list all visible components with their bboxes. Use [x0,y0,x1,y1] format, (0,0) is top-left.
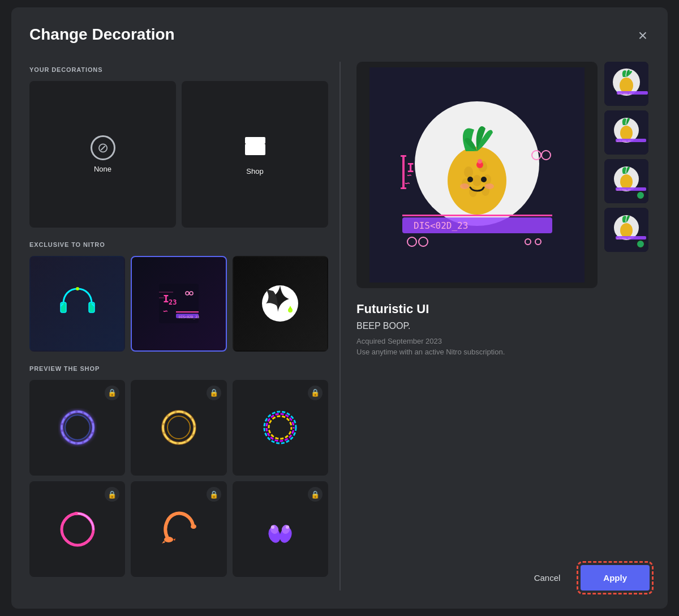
svg-text:∽: ∽ [407,170,411,179]
your-decorations-label: YOUR DECORATIONS [29,66,328,73]
svg-text:23: 23 [169,298,177,306]
decoration-name: Futuristic UI [356,302,650,316]
decoration-futuristic[interactable]: I ∽ 23 DIS<02D_23 [131,256,226,352]
svg-text:DIS<02D_23: DIS<02D_23 [414,220,468,231]
svg-point-22 [65,415,90,440]
svg-point-74 [620,78,633,93]
svg-text:DIS<02D_23: DIS<02D_23 [618,92,632,95]
svg-point-46 [472,175,482,186]
svg-text:DIS<02D_23: DIS<02D_23 [617,237,631,240]
lock-icon: 🔒 [105,386,119,400]
svg-point-56 [478,159,482,164]
lock-icon: 🔒 [105,487,119,502]
side-preview-1[interactable]: DIS<02D_23 [604,62,648,106]
svg-rect-67 [402,215,552,216]
svg-point-33 [164,537,173,542]
modal-footer: Cancel Apply [356,551,650,591]
preview-area: I ∽ ∽ DIS<02D_23 [356,62,650,288]
svg-text:DIS<02D_23: DIS<02D_23 [617,140,631,143]
lock-icon: 🔒 [308,386,323,400]
svg-point-34 [191,524,196,529]
nitro-grid: I ∽ 23 DIS<02D_23 [29,256,328,352]
svg-point-6 [76,287,79,290]
svg-point-51 [467,177,473,182]
svg-rect-58 [401,155,406,157]
change-decoration-modal: Change Decoration × YOUR DECORATIONS ⊘ N… [11,7,668,609]
svg-point-26 [167,416,190,439]
right-panel: I ∽ ∽ DIS<02D_23 [341,62,650,591]
decoration-shop[interactable]: Shop [182,81,328,228]
shop-item-ring-gold[interactable]: 🔒 [131,380,226,476]
decoration-acquired: Acquired September 2023 Use anytime with… [356,336,650,358]
svg-point-52 [481,177,487,182]
svg-point-23 [62,412,93,443]
svg-point-84 [620,174,633,189]
svg-point-79 [620,126,633,140]
svg-point-53 [460,183,469,189]
svg-point-44 [464,166,473,178]
lock-icon: 🔒 [207,386,221,400]
svg-point-54 [485,183,494,189]
nitro-label: EXCLUSIVE TO NITRO [29,241,328,248]
svg-point-29 [267,414,294,441]
decoration-star[interactable] [233,256,328,352]
side-preview-4[interactable]: DIS<02D_23 [604,208,648,252]
decoration-headset[interactable] [29,256,125,352]
modal-header: Change Decoration × [29,25,650,46]
shop-item-ring-multi[interactable]: 🔒 [233,380,328,476]
shop-label: Shop [246,167,263,176]
shop-icon [243,132,268,162]
side-previews: DIS<02D_23 DIS<02D_23 [604,62,650,288]
shop-item-ring-orange[interactable]: 🔒 [131,481,226,577]
svg-rect-3 [250,137,261,155]
none-icon: ⊘ [91,135,115,160]
preview-shop-label: PREVIEW THE SHOP [29,365,328,372]
shop-item-ring-parrot[interactable]: 🔒 [233,481,328,577]
svg-point-37 [271,525,274,529]
svg-text:∽: ∽ [163,306,167,315]
modal-body: YOUR DECORATIONS ⊘ None [29,62,650,591]
decoration-tagline: BEEP BOOP. [356,321,650,331]
close-button[interactable]: × [636,25,650,46]
side-preview-2[interactable]: DIS<02D_23 [604,110,648,155]
svg-text:DIS<02D_23: DIS<02D_23 [617,189,631,191]
side-preview-3[interactable]: DIS<02D_23 [604,159,648,203]
shop-item-ring-snake[interactable]: 🔒 [29,481,125,577]
svg-point-40 [286,525,289,529]
left-panel: YOUR DECORATIONS ⊘ None [29,62,341,591]
none-label: None [94,165,111,173]
svg-point-89 [620,223,633,238]
apply-button[interactable]: Apply [581,565,650,591]
svg-text:DIS<02D_23: DIS<02D_23 [179,315,200,319]
svg-point-30 [269,416,291,439]
shop-preview-grid: 🔒 🔒 [29,380,328,578]
main-preview: I ∽ ∽ DIS<02D_23 [356,62,598,288]
lock-icon: 🔒 [207,487,221,502]
shop-item-ring-blue[interactable]: 🔒 [29,380,125,476]
modal-title: Change Decoration [29,25,175,44]
lock-icon: 🔒 [308,487,323,502]
decoration-info: Futuristic UI BEEP BOOP. Acquired Septem… [356,302,650,358]
decoration-none[interactable]: ⊘ None [29,81,176,228]
your-decorations-grid: ⊘ None Shop [29,81,328,228]
cancel-button[interactable]: Cancel [525,567,570,588]
svg-point-32 [78,512,80,514]
